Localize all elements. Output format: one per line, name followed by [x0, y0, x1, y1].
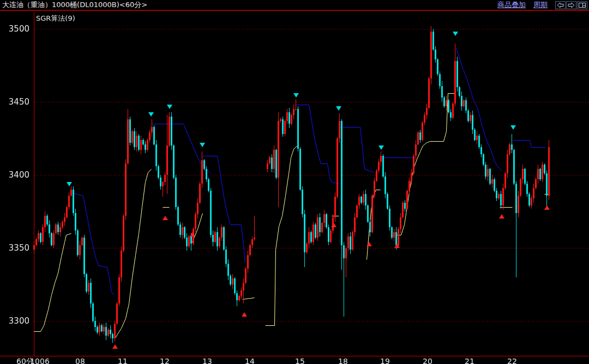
price-chart-canvas[interactable] — [0, 0, 589, 364]
trading-app-window: 大连油（重油）1000桶(DL01000B)<60分> 商品叠加 周期 — [0, 0, 589, 364]
